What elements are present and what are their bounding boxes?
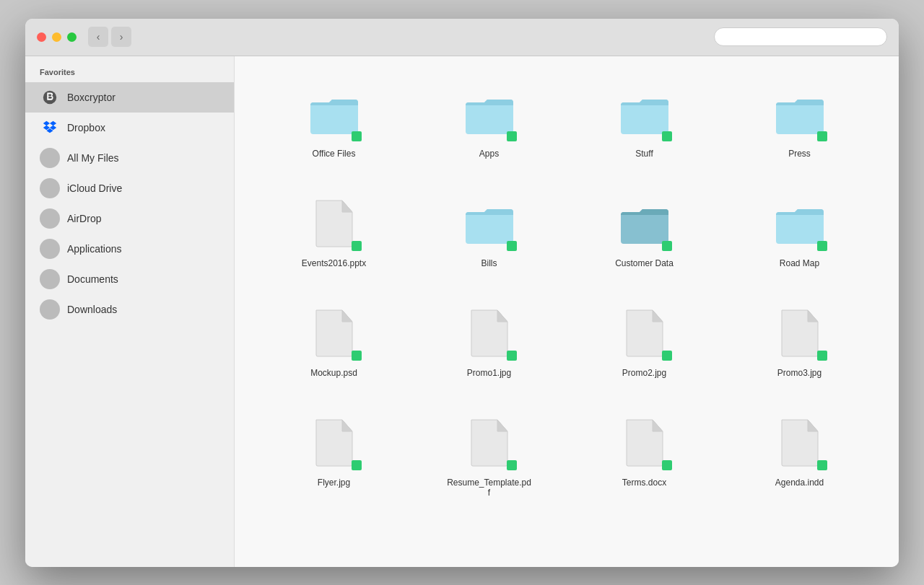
content-area: Favorites Boxcryptor [25, 56, 899, 567]
file-label-office-files: Office Files [313, 149, 356, 159]
encrypted-badge [817, 460, 827, 470]
sidebar: Favorites Boxcryptor [25, 56, 235, 567]
file-icon-flyer [305, 414, 363, 472]
file-item-promo2[interactable]: Promo2.jpg [574, 297, 715, 385]
file-icon-customer-data [616, 195, 674, 252]
file-label-stuff: Stuff [635, 149, 653, 159]
nav-buttons: ‹ › [88, 27, 131, 47]
maximize-button[interactable] [67, 32, 77, 42]
file-item-events2016[interactable]: Events2016.pptx [263, 188, 404, 276]
file-item-mockup[interactable]: Mockup.psd [263, 297, 404, 385]
encrypted-badge [662, 351, 672, 361]
all-my-files-icon [40, 148, 60, 168]
file-item-terms[interactable]: Terms.docx [574, 407, 715, 505]
file-icon-terms [616, 414, 674, 472]
encrypted-badge [352, 351, 362, 361]
sidebar-item-airdrop[interactable]: AirDrop [25, 203, 234, 234]
file-item-stuff[interactable]: Stuff [574, 78, 715, 166]
file-icon-stuff [616, 85, 674, 143]
encrypted-badge [352, 131, 362, 141]
sidebar-label-dropbox: Dropbox [67, 122, 105, 133]
search-input[interactable] [714, 27, 887, 46]
sidebar-item-dropbox[interactable]: Dropbox [25, 113, 234, 143]
sidebar-label-all-my-files: All My Files [67, 152, 119, 164]
sidebar-label-downloads: Downloads [67, 304, 117, 315]
sidebar-item-applications[interactable]: Applications [25, 234, 234, 264]
file-label-resume: Resume_Template.pdf [446, 478, 533, 498]
icloud-icon [40, 178, 60, 198]
sidebar-item-all-my-files[interactable]: All My Files [25, 143, 234, 173]
finder-window: ‹ › Favorites Boxcryptor [25, 19, 899, 567]
sidebar-label-documents: Documents [67, 273, 118, 285]
file-icon-events2016 [305, 195, 363, 252]
main-content: Office Files Apps Stuff Press Events2016… [235, 56, 899, 567]
sidebar-item-icloud[interactable]: iCloud Drive [25, 173, 234, 203]
close-button[interactable] [37, 32, 46, 42]
applications-icon [40, 239, 60, 259]
file-label-press: Press [788, 149, 811, 159]
file-item-customer-data[interactable]: Customer Data [574, 188, 715, 276]
file-item-press[interactable]: Press [729, 78, 870, 166]
file-icon-apps [461, 85, 518, 143]
encrypted-badge [817, 131, 827, 141]
file-label-terms: Terms.docx [622, 478, 666, 488]
back-button[interactable]: ‹ [88, 27, 108, 47]
traffic-lights [37, 32, 77, 42]
dropbox-icon [40, 118, 60, 138]
titlebar: ‹ › [25, 19, 899, 56]
file-item-road-map[interactable]: Road Map [729, 188, 870, 276]
minimize-button[interactable] [52, 32, 61, 42]
sidebar-item-downloads[interactable]: Downloads [25, 294, 234, 325]
file-label-promo1: Promo1.jpg [467, 368, 511, 378]
file-item-apps[interactable]: Apps [419, 78, 559, 166]
file-icon-bills [461, 195, 518, 252]
file-item-promo1[interactable]: Promo1.jpg [419, 297, 559, 385]
file-icon-office-files [305, 85, 363, 143]
encrypted-badge [507, 241, 517, 251]
sidebar-label-boxcryptor: Boxcryptor [67, 92, 116, 103]
sidebar-item-documents[interactable]: Documents [25, 264, 234, 294]
sidebar-label-icloud: iCloud Drive [67, 182, 122, 194]
file-icon-agenda [771, 414, 829, 472]
file-label-mockup: Mockup.psd [310, 368, 357, 378]
file-icon-press [771, 85, 829, 143]
file-icon-road-map [771, 195, 829, 252]
file-label-promo2: Promo2.jpg [622, 368, 666, 378]
file-icon-promo3 [771, 304, 829, 362]
encrypted-badge [507, 351, 517, 361]
file-item-office-files[interactable]: Office Files [263, 78, 404, 166]
file-item-promo3[interactable]: Promo3.jpg [729, 297, 870, 385]
file-label-customer-data: Customer Data [615, 258, 674, 268]
file-icon-mockup [305, 304, 363, 362]
file-icon-resume [461, 414, 518, 472]
file-icon-promo1 [461, 304, 518, 362]
file-item-flyer[interactable]: Flyer.jpg [263, 407, 404, 505]
encrypted-badge [352, 241, 362, 251]
file-label-promo3: Promo3.jpg [777, 368, 821, 378]
encrypted-badge [662, 241, 672, 251]
file-item-resume[interactable]: Resume_Template.pdf [419, 407, 559, 505]
sidebar-label-airdrop: AirDrop [67, 213, 101, 224]
file-grid: Office Files Apps Stuff Press Events2016… [263, 78, 870, 505]
file-item-agenda[interactable]: Agenda.indd [729, 407, 870, 505]
documents-icon [40, 269, 60, 289]
airdrop-icon [40, 208, 60, 229]
file-item-bills[interactable]: Bills [419, 188, 559, 276]
forward-button[interactable]: › [111, 27, 131, 47]
boxcryptor-icon [40, 87, 60, 107]
file-label-agenda: Agenda.indd [775, 478, 824, 488]
file-label-apps: Apps [479, 149, 499, 159]
encrypted-badge [662, 460, 672, 470]
encrypted-badge [662, 131, 672, 141]
sidebar-item-boxcryptor[interactable]: Boxcryptor [25, 82, 234, 113]
file-icon-promo2 [616, 304, 674, 362]
encrypted-badge [507, 460, 517, 470]
encrypted-badge [817, 351, 827, 361]
file-label-bills: Bills [481, 258, 497, 268]
sidebar-label-applications: Applications [67, 243, 122, 255]
encrypted-badge [817, 241, 827, 251]
file-label-flyer: Flyer.jpg [318, 478, 350, 488]
file-label-events2016: Events2016.pptx [302, 258, 366, 268]
encrypted-badge [507, 131, 517, 141]
encrypted-badge [352, 460, 362, 470]
